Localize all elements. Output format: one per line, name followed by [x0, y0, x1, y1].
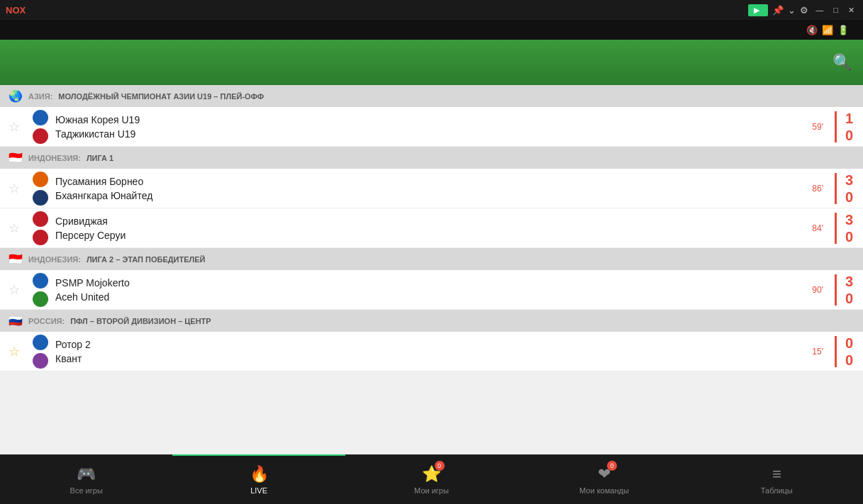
team1-name: Южная Корея U19: [55, 114, 802, 125]
team2-logo: [33, 128, 48, 144]
favorite-button[interactable]: ☆: [9, 119, 26, 135]
team2-logo: [33, 291, 48, 307]
team2-name: Персеру Серуи: [55, 230, 802, 241]
nav-item-tables[interactable]: ≡ Таблицы: [691, 454, 863, 504]
nox-logo: NOX: [6, 5, 26, 16]
match-row[interactable]: ☆ Сривиджая Персеру Серуи 84' 3 0: [0, 208, 863, 248]
nav-icon-live: 🔥: [250, 465, 269, 483]
pin-icon[interactable]: 📌: [772, 5, 784, 16]
app-header: 🔍: [0, 40, 863, 85]
battery-icon: 🔋: [837, 25, 849, 35]
team2-name: Aceh United: [55, 291, 802, 303]
league-name: МОЛОДЁЖНЫЙ ЧЕМПИОНАТ АЗИИ U19 – ПЛЕЙ-ОФФ: [58, 92, 264, 101]
teams: Пусамания Борнео Бхаянгкара Юнайтед: [55, 176, 802, 201]
score1: 3: [845, 213, 853, 227]
team1-name: Сривиджая: [55, 215, 802, 227]
scores: 1 0: [835, 111, 854, 142]
score1: 1: [845, 111, 853, 125]
team1-name: Пусамания Борнео: [55, 176, 802, 187]
scores: 3 0: [835, 274, 854, 306]
score2: 0: [845, 128, 853, 142]
league-header-indonesia-liga1: 🇮🇩 ИНДОНЕЗИЯ: ЛИГА 1: [0, 147, 863, 169]
nav-item-live[interactable]: 🔥 LIVE: [172, 454, 345, 504]
app-center-button[interactable]: ▶: [748, 4, 768, 16]
league-flag: 🇷🇺: [9, 314, 23, 327]
nav-label-live: LIVE: [250, 486, 267, 495]
favorite-button[interactable]: ☆: [9, 282, 26, 298]
team-logos: [33, 273, 48, 307]
league-name: ЛИГА 2 – ЭТАП ПОБЕДИТЕЛЕЙ: [87, 255, 206, 264]
bottom-nav: 🎮 Все игры 🔥 LIVE 0 ⭐ Мои игры 0 ❤ Мои к…: [0, 454, 863, 504]
league-flag: 🇮🇩: [9, 151, 23, 164]
teams: Южная Корея U19 Таджикистан U19: [55, 114, 802, 140]
team2-name: Квант: [55, 353, 802, 364]
teams: Ротор 2 Квант: [55, 339, 802, 364]
titlebar-left: NOX: [6, 5, 31, 16]
league-country: АЗИЯ:: [28, 92, 52, 101]
score2: 0: [845, 291, 853, 306]
settings-icon[interactable]: ⚙: [800, 5, 808, 16]
team2-logo: [33, 230, 48, 245]
nav-badge: 0: [607, 461, 617, 471]
league-name: ЛИГА 1: [87, 154, 113, 162]
nav-item-all-games[interactable]: 🎮 Все игры: [0, 454, 172, 504]
status-icons: 🔇 📶 🔋: [806, 25, 849, 35]
nav-icon-tables: ≡: [772, 465, 781, 483]
score2: 0: [845, 230, 853, 244]
favorite-button[interactable]: ☆: [9, 220, 26, 236]
statusbar: 🔇 📶 🔋: [0, 20, 863, 40]
league-name: ПФЛ – ВТОРОЙ ДИВИЗИОН – ЦЕНТР: [70, 317, 211, 325]
match-time: 59': [802, 122, 823, 132]
nav-item-my-games[interactable]: 0 ⭐ Мои игры: [345, 454, 518, 504]
play-icon: ▶: [754, 6, 759, 15]
league-header-asia-u19: 🌏 АЗИЯ: МОЛОДЁЖНЫЙ ЧЕМПИОНАТ АЗИИ U19 – …: [0, 85, 863, 107]
match-time: 86': [802, 184, 823, 194]
match-row[interactable]: ☆ Ротор 2 Квант 15' 0 0: [0, 332, 863, 371]
team-logos: [33, 172, 48, 206]
team-logos: [33, 335, 48, 369]
minimize-button[interactable]: —: [813, 6, 826, 14]
search-button[interactable]: 🔍: [833, 53, 852, 72]
match-row[interactable]: ☆ Пусамания Борнео Бхаянгкара Юнайтед 86…: [0, 169, 863, 208]
league-header-indonesia-liga2: 🇮🇩 ИНДОНЕЗИЯ: ЛИГА 2 – ЭТАП ПОБЕДИТЕЛЕЙ: [0, 248, 863, 270]
team1-logo: [33, 335, 48, 350]
scores: 3 0: [835, 213, 854, 244]
titlebar-right: ▶ 📌 ⌄ ⚙ — □ ✕: [748, 4, 857, 16]
match-time: 84': [802, 223, 823, 233]
mute-icon: 🔇: [806, 25, 818, 35]
titlebar: NOX ▶ 📌 ⌄ ⚙ — □ ✕: [0, 0, 863, 20]
team1-logo: [33, 110, 48, 125]
match-time: 90': [802, 285, 823, 295]
league-header-russia-pfl: 🇷🇺 РОССИЯ: ПФЛ – ВТОРОЙ ДИВИЗИОН – ЦЕНТР: [0, 310, 863, 332]
team1-name: PSMP Mojokerto: [55, 277, 802, 289]
nav-label-my-teams: Мои команды: [579, 486, 629, 495]
matches-content: 🌏 АЗИЯ: МОЛОДЁЖНЫЙ ЧЕМПИОНАТ АЗИИ U19 – …: [0, 85, 863, 454]
nav-label-my-games: Мои игры: [414, 486, 449, 495]
league-flag: 🌏: [9, 89, 23, 103]
team1-logo: [33, 211, 48, 227]
favorite-button[interactable]: ☆: [9, 344, 26, 359]
team2-name: Таджикистан U19: [55, 128, 802, 140]
match-row[interactable]: ☆ PSMP Mojokerto Aceh United 90' 3 0: [0, 270, 863, 310]
team-logos: [33, 211, 48, 245]
chevron-icon[interactable]: ⌄: [788, 5, 796, 16]
team1-name: Ротор 2: [55, 339, 802, 350]
score2: 0: [845, 190, 853, 204]
nav-item-my-teams[interactable]: 0 ❤ Мои команды: [518, 454, 690, 504]
league-flag: 🇮🇩: [9, 252, 23, 266]
score1: 0: [845, 336, 853, 350]
maximize-button[interactable]: □: [830, 6, 841, 14]
teams: PSMP Mojokerto Aceh United: [55, 277, 802, 303]
nav-icon-all-games: 🎮: [77, 465, 96, 483]
score2: 0: [845, 353, 853, 367]
team1-logo: [33, 273, 48, 289]
nav-badge: 0: [435, 461, 445, 471]
close-button[interactable]: ✕: [845, 6, 857, 15]
match-row[interactable]: ☆ Южная Корея U19 Таджикистан U19 59' 1 …: [0, 107, 863, 147]
favorite-button[interactable]: ☆: [9, 181, 26, 196]
team2-logo: [33, 353, 48, 369]
team1-logo: [33, 172, 48, 187]
wifi-icon: 📶: [822, 25, 833, 35]
team2-name: Бхаянгкара Юнайтед: [55, 190, 802, 201]
nav-label-tables: Таблицы: [761, 486, 793, 495]
